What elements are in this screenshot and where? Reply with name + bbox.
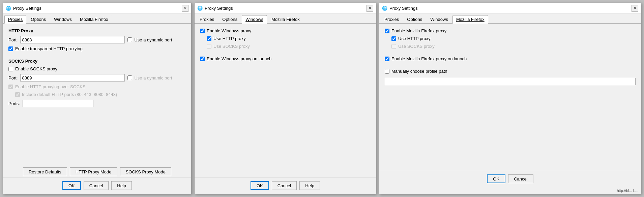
ok-button-2[interactable]: OK <box>251 181 269 190</box>
socks-http-over-checkbox[interactable] <box>8 85 13 89</box>
http-transparent-label: Enable transparent HTTP proxying <box>15 46 83 51</box>
tab-firefox-1[interactable]: Mozilla Firefox <box>76 15 112 23</box>
ff-use-socks-checkbox[interactable] <box>391 44 396 49</box>
ff-use-socks-label: Use SOCKS proxy <box>398 44 435 49</box>
win-use-socks-row: Use SOCKS proxy <box>207 44 371 49</box>
title-bar-1: 🌐 Proxy Settings ✕ <box>3 3 191 14</box>
tab-bar-2: Proxies Options Windows Mozilla Firefox <box>195 14 376 24</box>
tab-firefox-3[interactable]: Mozilla Firefox <box>452 15 488 24</box>
win-use-http-row: Use HTTP proxy <box>207 36 371 41</box>
tab-windows-1[interactable]: Windows <box>50 15 76 23</box>
dialog-title-3: Proxy Settings <box>389 6 418 11</box>
ok-button-1[interactable]: OK <box>62 181 81 190</box>
http-port-row: Port: Use a dynamic port <box>8 36 186 43</box>
dialog-1-btn-row: OK Cancel Help <box>3 177 191 194</box>
http-port-label: Port: <box>8 37 18 42</box>
socks-http-over-label: Enable HTTP proxying over SOCKS <box>15 84 86 89</box>
ff-enable-label: Enable Mozilla Firefox proxy <box>391 28 446 33</box>
mode-btn-row: Restore Defaults HTTP Proxy Mode SOCKS P… <box>3 165 191 177</box>
restore-defaults-button[interactable]: Restore Defaults <box>23 167 67 176</box>
dialog-title-2: Proxy Settings <box>205 6 233 11</box>
cancel-button-2[interactable]: Cancel <box>272 181 297 190</box>
ff-profile-path-input[interactable] <box>385 78 636 85</box>
http-transparent-checkbox[interactable] <box>8 46 13 51</box>
dialog-firefox: 🌐 Proxy Settings ✕ Proxies Options Windo… <box>379 3 641 194</box>
http-dynamic-port-checkbox[interactable] <box>127 37 132 42</box>
socks-dynamic-port-label: Use a dynamic port <box>134 75 172 80</box>
http-proxy-mode-button[interactable]: HTTP Proxy Mode <box>70 167 117 176</box>
socks-default-ports-checkbox[interactable] <box>15 92 20 97</box>
tab-bar-3: Proxies Options Windows Mozilla Firefox <box>379 14 641 24</box>
win-use-http-checkbox[interactable] <box>207 36 211 41</box>
tab-windows-3[interactable]: Windows <box>427 15 452 23</box>
socks-port-label: Port: <box>8 75 18 80</box>
ff-enable-checkbox[interactable] <box>385 29 389 33</box>
ok-button-3[interactable]: OK <box>487 174 505 183</box>
ff-manual-profile-label: Manually choose profile path <box>391 69 447 74</box>
socks-default-ports-row: Include default HTTP ports (80, 443, 808… <box>15 92 186 97</box>
title-bar-2: 🌐 Proxy Settings ✕ <box>195 3 376 14</box>
help-button-1[interactable]: Help <box>111 181 132 190</box>
socks-port-row: Port: Use a dynamic port <box>8 74 186 81</box>
status-url-text: http://bl... L... <box>617 189 638 193</box>
tab-windows-2[interactable]: Windows <box>242 15 267 24</box>
ff-manual-profile-checkbox[interactable] <box>385 69 389 74</box>
ff-use-http-label: Use HTTP proxy <box>398 36 431 41</box>
tab-firefox-2[interactable]: Mozilla Firefox <box>268 15 303 23</box>
win-use-http-label: Use HTTP proxy <box>213 36 246 41</box>
proxy-icon-1: 🌐 <box>6 6 11 11</box>
socks-default-ports-label: Include default HTTP ports (80, 443, 808… <box>22 92 117 97</box>
proxy-icon-2: 🌐 <box>197 6 203 11</box>
socks-port-input[interactable] <box>20 74 125 81</box>
close-button-3[interactable]: ✕ <box>632 5 638 12</box>
socks-ports-input[interactable] <box>23 100 93 107</box>
ff-enable-row: Enable Mozilla Firefox proxy <box>385 28 636 33</box>
socks-enable-checkbox[interactable] <box>8 67 13 71</box>
socks-dynamic-port-checkbox[interactable] <box>127 75 132 80</box>
socks-enable-row: Enable SOCKS proxy <box>8 66 186 71</box>
win-launch-checkbox[interactable] <box>200 57 205 61</box>
tab-options-1[interactable]: Options <box>27 15 50 23</box>
http-transparent-row: Enable transparent HTTP proxying <box>8 46 186 51</box>
tab-bar-1: Proxies Options Windows Mozilla Firefox <box>3 14 191 24</box>
content-proxies: HTTP Proxy Port: Use a dynamic port Enab… <box>3 24 191 165</box>
socks-proxy-title: SOCKS Proxy <box>8 59 186 64</box>
ff-manual-profile-row: Manually choose profile path <box>385 69 636 74</box>
ff-use-http-row: Use HTTP proxy <box>391 36 636 41</box>
dialog-2-btn-row: OK Cancel Help <box>195 177 376 194</box>
dialog-proxies: 🌐 Proxy Settings ✕ Proxies Options Windo… <box>3 3 192 194</box>
tab-options-2[interactable]: Options <box>218 15 241 23</box>
socks-http-over-row: Enable HTTP proxying over SOCKS <box>8 84 186 89</box>
http-dynamic-port-label: Use a dynamic port <box>134 37 172 42</box>
socks-ports-label: Ports: <box>8 101 20 106</box>
win-use-socks-label: Use SOCKS proxy <box>213 44 250 49</box>
dialog-windows: 🌐 Proxy Settings ✕ Proxies Options Windo… <box>194 3 376 194</box>
win-enable-checkbox[interactable] <box>200 29 205 33</box>
content-windows: Enable Windows proxy Use HTTP proxy Use … <box>195 24 376 177</box>
cancel-button-1[interactable]: Cancel <box>84 181 109 190</box>
dialog-title-1: Proxy Settings <box>13 6 41 11</box>
win-enable-label: Enable Windows proxy <box>207 28 251 33</box>
ff-launch-label: Enable Mozilla Firefox proxy on launch <box>391 56 467 61</box>
http-port-input[interactable] <box>20 36 125 43</box>
ff-launch-checkbox[interactable] <box>385 57 389 61</box>
tab-proxies-2[interactable]: Proxies <box>196 15 218 23</box>
socks-ports-row: Ports: <box>8 100 186 107</box>
dialog-3-btn-row: OK Cancel <box>379 171 641 187</box>
close-button-2[interactable]: ✕ <box>367 5 373 12</box>
win-use-socks-checkbox[interactable] <box>207 44 211 49</box>
tab-proxies-1[interactable]: Proxies <box>4 15 26 24</box>
win-launch-label: Enable Windows proxy on launch <box>207 56 271 61</box>
cancel-button-3[interactable]: Cancel <box>508 174 533 183</box>
ff-use-http-checkbox[interactable] <box>391 36 396 41</box>
proxy-icon-3: 🌐 <box>382 6 387 11</box>
ff-launch-row: Enable Mozilla Firefox proxy on launch <box>385 56 636 61</box>
win-enable-row: Enable Windows proxy <box>200 28 371 33</box>
status-bar: http://bl... L... <box>379 187 641 194</box>
close-button-1[interactable]: ✕ <box>182 5 188 12</box>
socks-proxy-mode-button[interactable]: SOCKS Proxy Mode <box>120 167 172 176</box>
help-button-2[interactable]: Help <box>299 181 320 190</box>
content-firefox: Enable Mozilla Firefox proxy Use HTTP pr… <box>379 24 641 171</box>
tab-options-3[interactable]: Options <box>403 15 426 23</box>
tab-proxies-3[interactable]: Proxies <box>381 15 403 23</box>
